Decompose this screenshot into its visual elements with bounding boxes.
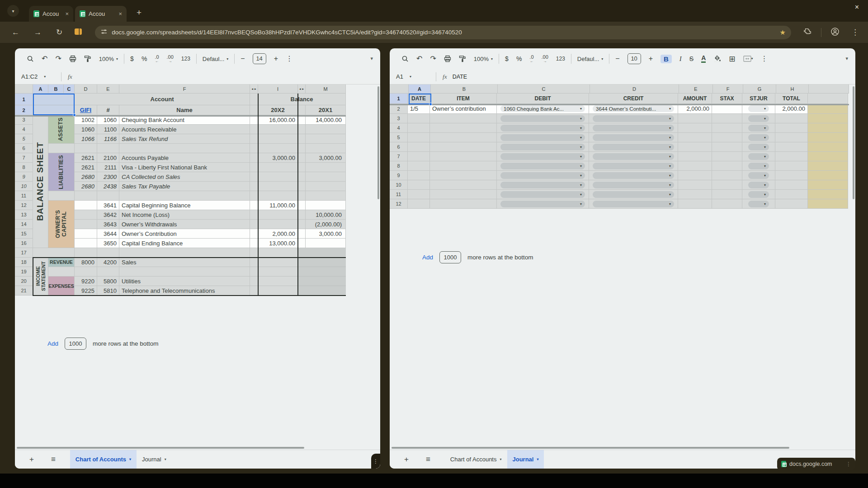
cell[interactable]: 9220 bbox=[75, 277, 97, 286]
cell[interactable] bbox=[258, 163, 298, 172]
column-header[interactable]: A bbox=[409, 84, 431, 94]
number-format-button[interactable]: 123 bbox=[181, 56, 190, 61]
increase-decimal-button[interactable]: .00→ bbox=[167, 55, 174, 63]
cell[interactable]: 20X2 bbox=[258, 105, 298, 115]
cell[interactable] bbox=[712, 152, 742, 161]
reload-button[interactable]: ↻ bbox=[53, 28, 65, 37]
dropdown-chip[interactable] bbox=[500, 115, 585, 122]
font-size-input[interactable]: 14 bbox=[253, 53, 266, 64]
cell[interactable] bbox=[678, 180, 712, 190]
cell[interactable]: 1100 bbox=[97, 125, 119, 134]
cell[interactable] bbox=[775, 161, 808, 171]
name-box[interactable]: A1:C2▾ bbox=[21, 73, 61, 80]
row-header[interactable]: 9 bbox=[15, 172, 33, 182]
cell[interactable] bbox=[678, 114, 712, 123]
redo-button[interactable]: ↷ bbox=[55, 55, 61, 62]
pane-handle[interactable]: ⋮ bbox=[371, 454, 380, 469]
cell[interactable] bbox=[75, 201, 97, 210]
cell[interactable]: Owner’s Contribution bbox=[119, 229, 250, 239]
browser-tab[interactable]: Accou× bbox=[29, 6, 73, 22]
row-header[interactable]: 19 bbox=[15, 267, 33, 277]
column-header[interactable]: F bbox=[119, 84, 250, 94]
cell[interactable]: 2621 bbox=[75, 163, 97, 172]
bookmark-star-icon[interactable]: ★ bbox=[780, 28, 786, 37]
add-sheet-button[interactable]: + bbox=[27, 455, 37, 465]
dropdown-chip[interactable]: 1060 Chequing Bank Ac... bbox=[500, 105, 585, 112]
cell[interactable]: STJUR bbox=[742, 94, 775, 104]
cell[interactable] bbox=[306, 144, 346, 153]
undo-button[interactable]: ↶ bbox=[416, 55, 422, 62]
cell[interactable] bbox=[258, 172, 298, 182]
dropdown-chip[interactable] bbox=[593, 153, 674, 160]
cell[interactable]: 2300 bbox=[97, 172, 119, 182]
cell[interactable] bbox=[775, 180, 808, 190]
cell[interactable]: Accounts Receivable bbox=[119, 125, 250, 134]
cell[interactable] bbox=[808, 94, 848, 104]
site-controls-icon[interactable] bbox=[100, 28, 108, 37]
sheet-tab-journal[interactable]: Journal▾ bbox=[137, 450, 172, 469]
row-header[interactable]: 7 bbox=[15, 153, 33, 163]
toolbar-collapse-icon[interactable]: ▾ bbox=[370, 56, 373, 61]
dropdown-chip[interactable] bbox=[593, 134, 674, 141]
cell[interactable] bbox=[775, 152, 808, 161]
row-header[interactable]: 6 bbox=[15, 144, 33, 153]
add-rows-count-input[interactable] bbox=[439, 251, 461, 263]
row-header[interactable]: 10 bbox=[390, 180, 408, 190]
cell[interactable] bbox=[497, 133, 589, 142]
cell[interactable] bbox=[119, 191, 250, 201]
back-button[interactable]: ← bbox=[9, 28, 22, 37]
column-header[interactable]: C bbox=[64, 84, 75, 94]
all-sheets-button[interactable]: ≡ bbox=[423, 455, 433, 465]
cell[interactable] bbox=[775, 114, 808, 123]
dropdown-chip[interactable] bbox=[748, 201, 769, 207]
cell[interactable] bbox=[430, 114, 497, 123]
italic-button[interactable]: I bbox=[679, 56, 682, 62]
font-select[interactable]: Defaul...▾ bbox=[577, 56, 603, 62]
cell[interactable] bbox=[97, 191, 119, 201]
cell[interactable] bbox=[408, 199, 430, 209]
cell[interactable] bbox=[742, 171, 775, 180]
dropdown-chip[interactable] bbox=[748, 144, 769, 150]
cell[interactable] bbox=[589, 142, 678, 152]
cell[interactable] bbox=[808, 161, 848, 171]
cell[interactable] bbox=[742, 180, 775, 190]
pip-menu-icon[interactable]: ⋮ bbox=[846, 461, 851, 467]
cell[interactable]: AMOUNT bbox=[678, 94, 712, 104]
cell[interactable] bbox=[258, 258, 298, 267]
cell[interactable]: 1002 bbox=[75, 115, 97, 125]
column-header[interactable]: M bbox=[306, 84, 346, 94]
dropdown-chip[interactable] bbox=[748, 153, 769, 160]
cell[interactable] bbox=[712, 104, 742, 114]
cell[interactable] bbox=[808, 142, 848, 152]
decrease-font-size-button[interactable]: − bbox=[615, 55, 619, 62]
cell[interactable] bbox=[775, 123, 808, 133]
cell[interactable] bbox=[408, 152, 430, 161]
cell[interactable] bbox=[497, 123, 589, 133]
cell[interactable] bbox=[75, 267, 97, 277]
cell[interactable] bbox=[408, 142, 430, 152]
cell[interactable] bbox=[589, 161, 678, 171]
dropdown-chip[interactable] bbox=[593, 182, 674, 188]
cell[interactable] bbox=[742, 133, 775, 142]
cell[interactable]: Capital Beginning Balance bbox=[119, 201, 250, 210]
column-header[interactable]: A bbox=[33, 84, 48, 94]
corner-cell[interactable] bbox=[15, 84, 33, 94]
cell[interactable] bbox=[306, 201, 346, 210]
dropdown-chip[interactable] bbox=[500, 201, 585, 207]
dropdown-chip[interactable] bbox=[500, 144, 585, 150]
cell[interactable] bbox=[306, 134, 346, 144]
cell[interactable]: 3650 bbox=[97, 239, 119, 248]
cell[interactable] bbox=[258, 134, 298, 144]
owners-capital-label[interactable]: OWNER’S CAPITAL bbox=[48, 201, 75, 248]
column-header[interactable]: B bbox=[48, 84, 64, 94]
hidden-columns-indicator[interactable]: ◂▸ bbox=[298, 84, 306, 94]
dropdown-chip[interactable] bbox=[500, 191, 585, 198]
sheet-tab-journal[interactable]: Journal▾ bbox=[507, 450, 544, 469]
cell[interactable]: 3644 bbox=[97, 229, 119, 239]
cell[interactable] bbox=[589, 152, 678, 161]
cell[interactable] bbox=[589, 171, 678, 180]
row-header[interactable]: 1 bbox=[15, 94, 33, 105]
row-header[interactable]: 5 bbox=[15, 134, 33, 144]
cell[interactable]: 2,000.00 bbox=[678, 104, 712, 114]
toolbar-more-button[interactable]: ⋮ bbox=[286, 55, 293, 62]
